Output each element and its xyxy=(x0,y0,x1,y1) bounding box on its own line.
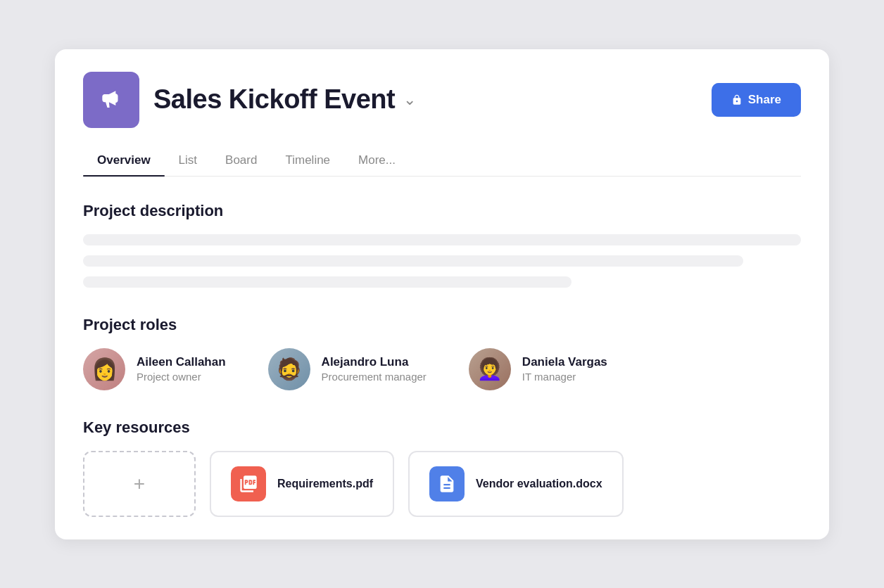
resources-title: Key resources xyxy=(83,418,801,437)
avatar-alejandro: 🧔 xyxy=(268,348,310,390)
description-section: Project description xyxy=(83,202,801,288)
avatar-aileen: 👩 xyxy=(83,348,125,390)
add-icon: + xyxy=(134,473,145,495)
header-left: Sales Kickoff Event ⌄ xyxy=(83,72,416,128)
megaphone-icon xyxy=(98,87,125,113)
share-button[interactable]: Share xyxy=(712,83,801,117)
role-name-aileen: Aileen Callahan xyxy=(137,355,226,369)
role-label-daniela: IT manager xyxy=(522,371,607,383)
roles-section: Project roles 👩 Aileen Callahan Project … xyxy=(83,316,801,390)
tab-list[interactable]: List xyxy=(165,145,211,176)
tab-more[interactable]: More... xyxy=(344,145,410,176)
project-title: Sales Kickoff Event xyxy=(153,84,395,115)
roles-title: Project roles xyxy=(83,316,801,334)
lock-icon xyxy=(731,94,743,106)
avatar-daniela: 👩‍🦱 xyxy=(469,348,511,390)
doc-filename: Vendor evaluation.docx xyxy=(476,478,602,490)
desc-line-3 xyxy=(83,276,572,288)
description-title: Project description xyxy=(83,202,801,220)
role-item-daniela: 👩‍🦱 Daniela Vargas IT manager xyxy=(469,348,607,390)
resources-section: Key resources + Requirements.pdf xyxy=(83,418,801,517)
tab-timeline[interactable]: Timeline xyxy=(271,145,344,176)
role-name-alejandro: Alejandro Luna xyxy=(322,355,427,369)
role-info-aileen: Aileen Callahan Project owner xyxy=(137,355,226,383)
resource-doc[interactable]: Vendor evaluation.docx xyxy=(408,451,624,517)
title-row: Sales Kickoff Event ⌄ xyxy=(153,84,416,115)
resource-add-button[interactable]: + xyxy=(83,451,196,517)
doc-file-icon xyxy=(437,474,457,494)
resources-list: + Requirements.pdf xyxy=(83,451,801,517)
project-card: Sales Kickoff Event ⌄ Share Overview Lis… xyxy=(55,49,829,539)
pdf-filename: Requirements.pdf xyxy=(277,478,373,490)
header-top: Sales Kickoff Event ⌄ Share xyxy=(83,72,801,128)
role-item-aileen: 👩 Aileen Callahan Project owner xyxy=(83,348,226,390)
project-header: Sales Kickoff Event ⌄ Share Overview Lis… xyxy=(55,49,829,177)
doc-icon xyxy=(429,466,465,501)
roles-list: 👩 Aileen Callahan Project owner 🧔 Alejan… xyxy=(83,348,801,390)
description-lines xyxy=(83,234,801,288)
tab-bar: Overview List Board Timeline More... xyxy=(83,145,801,177)
tab-overview[interactable]: Overview xyxy=(83,145,165,176)
main-content: Project description Project roles 👩 Aile… xyxy=(55,177,829,539)
role-label-aileen: Project owner xyxy=(137,371,226,383)
project-icon xyxy=(83,72,139,128)
pdf-file-icon xyxy=(239,474,258,494)
desc-line-1 xyxy=(83,234,801,245)
tab-board[interactable]: Board xyxy=(211,145,271,176)
pdf-icon xyxy=(231,466,266,501)
share-label: Share xyxy=(748,93,781,107)
role-name-daniela: Daniela Vargas xyxy=(522,355,607,369)
role-info-daniela: Daniela Vargas IT manager xyxy=(522,355,607,383)
desc-line-2 xyxy=(83,255,743,267)
role-label-alejandro: Procurement manager xyxy=(322,371,427,383)
chevron-down-icon[interactable]: ⌄ xyxy=(403,91,416,109)
role-item-alejandro: 🧔 Alejandro Luna Procurement manager xyxy=(268,348,427,390)
role-info-alejandro: Alejandro Luna Procurement manager xyxy=(322,355,427,383)
resource-pdf[interactable]: Requirements.pdf xyxy=(210,451,394,517)
